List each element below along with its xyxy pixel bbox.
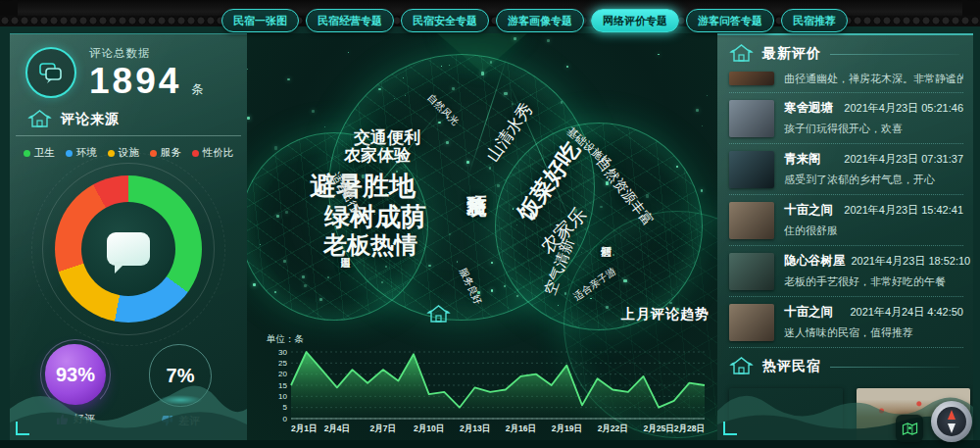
corner-bracket xyxy=(723,422,737,435)
corner-bracket xyxy=(16,422,29,435)
trend-section: 上月评论趋势 单位：条 0510152025302月1日2月4日2月7日2月10… xyxy=(265,304,710,440)
review-head: 寒舍迥塘2021年4月23日 05:21:46 xyxy=(784,100,963,117)
bad-rating-gauge: 7% xyxy=(149,344,212,407)
svg-text:2月22日: 2月22日 xyxy=(598,423,628,433)
house-icon xyxy=(729,43,754,65)
svg-text:2月19日: 2月19日 xyxy=(552,423,582,433)
svg-text:2月28日: 2月28日 xyxy=(674,423,705,433)
comment-source-donut-chart xyxy=(55,175,202,323)
trend-area-chart: 0510152025302月1日2月4日2月7日2月10日2月13日2月16日2… xyxy=(265,346,710,440)
review-body: 十亩之间2021年4月24日 4:42:50迷人情味的民宿，值得推荐 xyxy=(784,304,963,341)
hot-homestays-header: 热评民宿 xyxy=(717,348,973,382)
review-name: 十亩之间 xyxy=(784,304,833,321)
total-comments-value: 1894 xyxy=(89,63,181,99)
nav-tab-1[interactable]: 民宿一张图 xyxy=(221,9,299,32)
svg-text:2月10日: 2月10日 xyxy=(414,423,444,433)
bad-rating-value: 7% xyxy=(167,365,195,387)
review-photo xyxy=(729,100,774,137)
nav-tab-4[interactable]: 游客画像专题 xyxy=(496,9,584,32)
review-body: 隐心谷树屋2021年4月23日 18:52:10老板的手艺很好，非常好吃的午餐 xyxy=(784,253,963,290)
review-name: 隐心谷树屋 xyxy=(784,253,846,270)
svg-text:15: 15 xyxy=(278,381,287,390)
wordcloud-word: 交通便利 xyxy=(354,129,420,146)
nav-tab-5[interactable]: 网络评价专题 xyxy=(591,9,679,32)
nav-tab-6[interactable]: 游客问答专题 xyxy=(686,9,774,32)
legend-dot xyxy=(24,150,30,157)
review-head: 青来阁2021年4月23日 07:31:37 xyxy=(784,151,963,168)
compass-icon xyxy=(937,407,966,436)
nav-tab-2[interactable]: 民宿经营专题 xyxy=(306,9,394,32)
review-photo xyxy=(729,253,774,290)
review-comment: 迷人情味的民宿，值得推荐 xyxy=(784,325,963,340)
review-body: 青来阁2021年4月23日 07:31:37感受到了浓郁的乡村气息，开心 xyxy=(784,151,963,188)
unit-label: 单位：条 xyxy=(267,333,710,346)
wordcloud-word: 适合亲子游 xyxy=(572,267,618,303)
compass-button[interactable] xyxy=(931,401,972,442)
roof-corner-right xyxy=(962,0,980,26)
top-nav: 民宿一张图民宿经营专题民宿安全专题游客画像专题网络评价专题游客问答专题民宿推荐 xyxy=(221,9,848,32)
review-head: 隐心谷树屋2021年4月23日 18:52:10 xyxy=(784,253,963,270)
latest-reviews-list: 曲径通幽处，禅房花木深。非常静谧的民宿寒舍迥塘2021年4月23日 05:21:… xyxy=(717,70,973,348)
review-item-5[interactable]: 隐心谷树屋2021年4月23日 18:52:10老板的手艺很好，非常好吃的午餐 xyxy=(729,246,963,297)
wordcloud-word: 绿树成荫 xyxy=(324,204,426,229)
hot-homestays-title: 热评民宿 xyxy=(762,358,821,375)
trend-header: 上月评论趋势 xyxy=(265,304,710,329)
total-comments-label: 评论总数据 xyxy=(89,46,203,61)
review-item-2[interactable]: 寒舍迥塘2021年4月23日 05:21:46孩子们玩得很开心，欢喜 xyxy=(729,93,963,144)
review-body: 寒舍迥塘2021年4月23日 05:21:46孩子们玩得很开心，欢喜 xyxy=(784,100,963,137)
good-rating-label: 好评 xyxy=(74,412,95,426)
nav-tab-3[interactable]: 民宿安全专题 xyxy=(401,9,489,32)
review-comment: 感受到了浓郁的乡村气息，开心 xyxy=(784,173,963,187)
review-time: 2021年4月23日 07:31:37 xyxy=(844,152,963,167)
wordcloud-word: 避暑胜地 xyxy=(310,174,416,200)
bad-rating-label: 差评 xyxy=(178,414,200,428)
wordcloud-word: 服务良好 xyxy=(458,267,483,306)
latest-reviews-title: 最新评价 xyxy=(762,45,821,63)
svg-text:2月16日: 2月16日 xyxy=(506,423,536,433)
review-body: 曲径通幽处，禅房花木深。非常静谧的民宿 xyxy=(784,72,963,86)
wordcloud-word: 农家体验 xyxy=(344,147,411,164)
latest-reviews-header: 最新评价 xyxy=(717,35,973,70)
nav-tab-7[interactable]: 民宿推荐 xyxy=(781,9,848,32)
trend-title: 上月评论趋势 xyxy=(621,306,710,324)
review-item-6[interactable]: 十亩之间2021年4月24日 4:42:50迷人情味的民宿，值得推荐 xyxy=(729,297,963,348)
comment-bubbles-icon xyxy=(25,47,76,98)
total-comments-unit: 条 xyxy=(191,81,203,98)
svg-text:10: 10 xyxy=(278,392,287,401)
good-rating-gauge: 93% xyxy=(45,344,106,405)
homestay-photo xyxy=(729,388,843,440)
left-panel: 评论总数据 1894 条 评论来源 卫生环境设施服务性价比 93% xyxy=(10,33,247,440)
review-comment: 曲径通幽处，禅房花木深。非常静谧的民宿 xyxy=(784,72,963,86)
bottom-bar xyxy=(0,440,980,448)
svg-text:0: 0 xyxy=(283,415,288,423)
review-item-4[interactable]: 十亩之间2021年4月23日 15:42:41住的很舒服 xyxy=(729,195,963,246)
review-name: 青来阁 xyxy=(784,151,821,168)
total-comments-block: 评论总数据 1894 条 xyxy=(10,34,247,101)
legend-item-卫生[interactable]: 卫生 xyxy=(24,146,55,160)
svg-text:2月1日: 2月1日 xyxy=(291,423,317,433)
homestay-card-1[interactable]: 隐居阁电话：0577-67722668地址：温州市文成县武阳村村民中心旁(近刘基… xyxy=(729,388,843,440)
center-panel: 交通便利农家体验避暑胜地绿树成荫老板热情环境整洁山清水秀饭菜好吃农家乐空气清新自… xyxy=(247,33,717,440)
legend-item-性价比[interactable]: 性价比 xyxy=(192,146,234,160)
right-panel: 最新评价 曲径通幽处，禅房花木深。非常静谧的民宿寒舍迥塘2021年4月23日 0… xyxy=(717,33,973,440)
roof-corner-left xyxy=(0,0,18,26)
legend-label: 卫生 xyxy=(34,146,55,160)
map-icon xyxy=(902,422,918,436)
review-item-1[interactable]: 曲径通幽处，禅房花木深。非常静谧的民宿 xyxy=(729,70,963,93)
review-photo xyxy=(729,151,774,188)
house-icon xyxy=(27,109,52,130)
review-head: 十亩之间2021年4月24日 4:42:50 xyxy=(784,304,963,321)
svg-text:2月25日: 2月25日 xyxy=(644,423,674,433)
svg-text:2月4日: 2月4日 xyxy=(324,423,350,433)
donut-ring xyxy=(55,175,202,323)
house-icon xyxy=(265,304,612,325)
map-button[interactable] xyxy=(896,415,923,442)
review-time: 2021年4月24日 4:42:50 xyxy=(850,305,963,320)
review-item-3[interactable]: 青来阁2021年4月23日 07:31:37感受到了浓郁的乡村气息，开心 xyxy=(729,144,963,195)
thumb-up-icon xyxy=(56,413,69,425)
floating-buttons xyxy=(896,401,972,442)
review-time: 2021年4月23日 15:42:41 xyxy=(844,203,963,218)
legend-dot xyxy=(192,150,199,157)
svg-text:20: 20 xyxy=(278,370,287,378)
thumb-down-icon xyxy=(161,415,173,427)
